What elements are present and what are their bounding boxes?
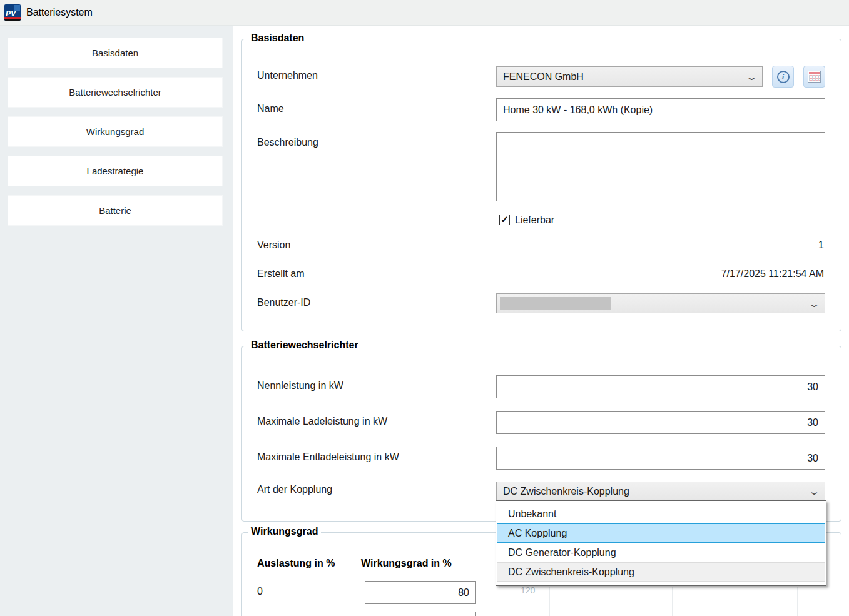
unternehmen-label: Unternehmen bbox=[257, 70, 318, 81]
version-label: Version bbox=[257, 240, 290, 251]
art-der-kopplung-label: Art der Kopplung bbox=[257, 484, 332, 495]
sidebar-item-batterie[interactable]: Batterie bbox=[8, 195, 223, 226]
group-batteriewechselrichter-title: Batteriewechselrichter bbox=[248, 340, 362, 351]
company-table-button[interactable] bbox=[803, 66, 825, 88]
benutzer-id-label: Benutzer-ID bbox=[257, 297, 310, 308]
table-icon bbox=[808, 71, 821, 83]
art-der-kopplung-value: DC Zwischenkreis-Kopplung bbox=[503, 486, 629, 497]
sidebar-item-basisdaten[interactable]: Basisdaten bbox=[8, 38, 223, 68]
dropdown-option-ac-kopplung[interactable]: AC Kopplung bbox=[497, 523, 825, 543]
redacted-value bbox=[500, 297, 611, 310]
max-entladeleistung-label: Maximale Entladeleistung in kW bbox=[257, 452, 399, 463]
erstellt-am-value: 7/17/2025 11:21:54 AM bbox=[721, 268, 824, 280]
chart-axis-line bbox=[549, 587, 550, 616]
group-basisdaten-title: Basisdaten bbox=[248, 33, 307, 44]
sidebar-item-ladestrategie[interactable]: Ladestrategie bbox=[8, 156, 223, 186]
chevron-down-icon: ⌄ bbox=[808, 299, 821, 308]
dropdown-option-dc-zwischenkreis-kopplung[interactable]: DC Zwischenkreis-Kopplung bbox=[497, 562, 825, 582]
info-icon: i bbox=[777, 71, 790, 83]
check-icon: ✓ bbox=[501, 214, 509, 225]
unternehmen-value: FENECON GmbH bbox=[503, 71, 584, 83]
group-basisdaten: Basisdaten Unternehmen FENECON GmbH ⌄ i … bbox=[241, 39, 841, 331]
dropdown-option-unbekannt[interactable]: Unbekannt bbox=[497, 504, 825, 523]
auslastung-header: Auslastung in % bbox=[257, 558, 335, 569]
max-entladeleistung-input[interactable] bbox=[496, 447, 825, 470]
sidebar-item-wirkungsgrad[interactable]: Wirkungsgrad bbox=[8, 116, 223, 147]
wirkungsgrad-input-0[interactable] bbox=[365, 581, 476, 604]
kopplung-dropdown-list: Unbekannt AC Kopplung DC Generator-Koppl… bbox=[496, 500, 826, 586]
max-ladeleistung-label: Maximale Ladeleistung in kW bbox=[257, 416, 387, 427]
name-input[interactable] bbox=[496, 98, 825, 121]
art-der-kopplung-combobox[interactable]: DC Zwischenkreis-Kopplung ⌄ bbox=[496, 482, 825, 501]
chart-gridline bbox=[672, 587, 673, 616]
lieferbar-checkbox[interactable]: ✓ bbox=[499, 215, 510, 225]
group-wirkungsgrad-title: Wirkungsgrad bbox=[248, 526, 321, 537]
sidebar-item-batteriewechselrichter[interactable]: Batteriewechselrichter bbox=[8, 77, 223, 108]
company-info-button[interactable]: i bbox=[772, 66, 794, 88]
name-label: Name bbox=[257, 103, 284, 114]
app-window: PV Batteriesystem Basisdaten Batteriewec… bbox=[0, 0, 849, 616]
window-title: Batteriesystem bbox=[26, 7, 93, 18]
nennleistung-label: Nennleistung in kW bbox=[257, 380, 343, 391]
unternehmen-combobox[interactable]: FENECON GmbH ⌄ bbox=[496, 66, 763, 87]
wirkungsgrad-input-1[interactable] bbox=[365, 612, 476, 616]
app-logo-icon: PV bbox=[4, 4, 21, 21]
max-ladeleistung-input[interactable] bbox=[496, 411, 825, 434]
chevron-down-icon: ⌄ bbox=[808, 487, 821, 496]
benutzer-id-combobox[interactable]: ⌄ bbox=[496, 293, 825, 313]
wirkungsgrad-header: Wirkungsgrad in % bbox=[361, 558, 452, 569]
group-batteriewechselrichter: Batteriewechselrichter Nennleistung in k… bbox=[241, 346, 841, 522]
beschreibung-label: Beschreibung bbox=[257, 137, 318, 148]
chart-gridline bbox=[797, 587, 798, 616]
chart-y-tick-120: 120 bbox=[521, 585, 535, 595]
version-value: 1 bbox=[818, 240, 824, 251]
auslastung-row-0: 0 bbox=[257, 586, 263, 597]
dropdown-option-dc-generator-kopplung[interactable]: DC Generator-Kopplung bbox=[497, 543, 825, 562]
lieferbar-label: Lieferbar bbox=[515, 215, 554, 226]
beschreibung-textarea[interactable] bbox=[496, 132, 825, 201]
nennleistung-input[interactable] bbox=[496, 375, 825, 398]
chevron-down-icon: ⌄ bbox=[746, 72, 758, 81]
title-bar: PV Batteriesystem bbox=[0, 0, 849, 26]
erstellt-am-label: Erstellt am bbox=[257, 268, 305, 280]
sidebar: Basisdaten Batteriewechselrichter Wirkun… bbox=[0, 26, 233, 616]
